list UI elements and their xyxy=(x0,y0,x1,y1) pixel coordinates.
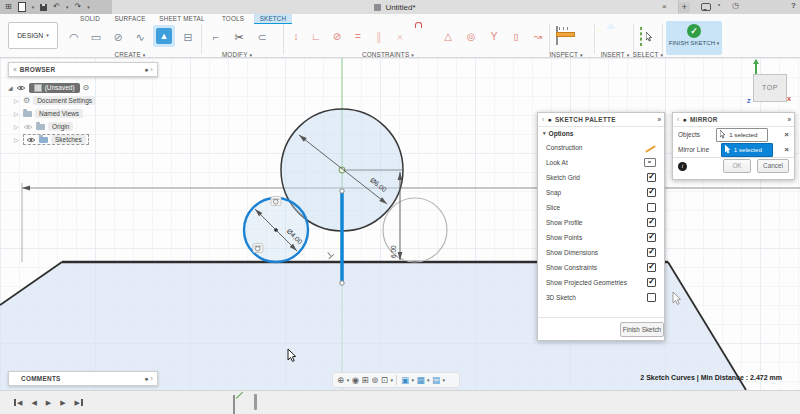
browser-item-origin[interactable]: ▷ Origin xyxy=(8,120,158,133)
comment-icon[interactable] xyxy=(701,3,711,11)
polygon-tool-active[interactable]: ▲ xyxy=(153,25,175,47)
symmetry-constraint-icon[interactable]: × xyxy=(390,27,410,47)
chevron-down-icon[interactable]: ▾ xyxy=(427,378,430,383)
orbit-icon[interactable]: ⊕ xyxy=(337,376,344,385)
timeline-position-marker[interactable] xyxy=(254,394,257,410)
tab-close-icon[interactable]: × xyxy=(662,2,667,11)
browser-header[interactable]: » BROWSER ● › xyxy=(8,62,158,77)
comments-header[interactable]: COMMENTS ● › xyxy=(8,371,158,386)
show-projected-checkbox[interactable]: ✓ xyxy=(647,278,656,287)
look-at-icon[interactable]: ◉ xyxy=(352,376,359,385)
inspect-group-label[interactable]: INSPECT ▾ xyxy=(540,51,592,58)
select-tool-icon[interactable] xyxy=(640,28,642,46)
construction-icon[interactable] xyxy=(645,144,656,151)
perpendicular-constraint-tool-icon[interactable]: ∟ xyxy=(306,27,326,47)
clear-objects-icon[interactable]: × xyxy=(784,130,789,139)
mirror-line-selection-button[interactable]: 1 selected xyxy=(721,143,773,157)
cancel-button[interactable]: Cancel xyxy=(757,159,789,173)
polygon-constraint-icon[interactable]: △ xyxy=(438,27,458,47)
collapse-icon[interactable]: ‹ xyxy=(542,116,544,123)
trim-tool-icon[interactable]: ✂ xyxy=(229,27,249,47)
history-clock-icon[interactable]: ◷ xyxy=(732,2,739,10)
new-tab-button[interactable]: + xyxy=(679,2,690,13)
info-icon[interactable]: i xyxy=(678,162,687,171)
browser-root-row[interactable]: ◢ (Unsaved) ⊙ xyxy=(8,81,158,94)
expand-icon[interactable]: » xyxy=(787,116,790,123)
visibility-eye-icon[interactable] xyxy=(26,136,36,144)
chevron-down-icon[interactable]: ▾ xyxy=(347,378,350,383)
timeline-play-button[interactable]: ▶ xyxy=(46,399,51,406)
tangent-constraint-icon[interactable] xyxy=(253,244,263,253)
tangent-constraint-tool-icon[interactable]: ⊘ xyxy=(327,27,347,47)
file-caret-icon[interactable]: ▾ xyxy=(32,5,35,10)
collapse-icon[interactable]: ‹ xyxy=(677,116,679,123)
chevron-down-icon[interactable]: ▾ xyxy=(390,378,393,383)
selected-item-outline[interactable]: Sketches xyxy=(23,134,89,145)
timeline-skip-start-button[interactable]: ◀ xyxy=(14,399,22,406)
circle-tool-icon[interactable]: ⊘ xyxy=(108,27,128,47)
offset-tool-icon[interactable]: ⊂ xyxy=(252,27,272,47)
timeline-sketch-feature-icon[interactable] xyxy=(233,395,235,414)
visibility-eye-icon[interactable] xyxy=(23,123,33,131)
expand-icon[interactable]: › xyxy=(151,375,153,382)
tab-sheet-metal[interactable]: SHEET METAL xyxy=(154,14,210,23)
perpendicular-constraint-icon[interactable] xyxy=(325,250,334,259)
expand-caret-icon[interactable]: ▷ xyxy=(14,123,20,130)
show-dimensions-checkbox[interactable]: ✓ xyxy=(647,248,656,257)
component-filter-icon[interactable]: ◢ xyxy=(8,84,13,91)
avatar-icon[interactable]: ◔ xyxy=(716,2,721,10)
look-at-icon[interactable] xyxy=(644,158,656,168)
item-label[interactable]: Named Views xyxy=(35,109,83,118)
undo-caret-icon[interactable]: ▾ xyxy=(66,5,69,10)
fillet-tool-icon[interactable]: ⌐ xyxy=(206,27,226,47)
timeline-step-forward-button[interactable]: ▶ xyxy=(60,399,65,406)
browser-item-document-settings[interactable]: ▷ ⚙ Document Settings xyxy=(8,94,158,107)
viewports-icon[interactable]: ▤ xyxy=(432,376,440,385)
item-label[interactable]: Origin xyxy=(48,122,73,131)
finish-sketch-palette-button[interactable]: Finish Sketch xyxy=(620,322,664,337)
tab-sketch[interactable]: SKETCH xyxy=(254,14,292,24)
tangent-constraint-icon[interactable] xyxy=(271,197,281,206)
show-profile-checkbox[interactable]: ✓ xyxy=(647,218,656,227)
redo-caret-icon[interactable]: ▾ xyxy=(87,5,90,10)
app-grid-icon[interactable]: ⊞ xyxy=(5,3,12,11)
dimension-constraint-icon[interactable]: ↕ xyxy=(286,27,306,47)
ok-button[interactable]: OK xyxy=(723,159,751,173)
chevron-down-icon[interactable]: ▾ xyxy=(411,378,414,383)
expand-icon[interactable]: » xyxy=(657,116,660,123)
fit-icon[interactable]: ⊡ xyxy=(381,376,388,385)
timeline-step-back-button[interactable]: ◀ xyxy=(31,399,36,406)
root-document-label[interactable]: (Unsaved) xyxy=(29,83,80,93)
help-icon[interactable]: ? xyxy=(791,2,796,10)
expand-caret-icon[interactable]: ▷ xyxy=(14,136,20,143)
clear-mirror-line-icon[interactable]: × xyxy=(784,145,789,154)
browser-item-named-views[interactable]: ▷ Named Views xyxy=(8,107,158,120)
curvature-constraint-icon[interactable]: ↝ xyxy=(528,27,548,47)
grid-settings-icon[interactable]: ▦ xyxy=(417,376,425,385)
panel-pin-icon[interactable]: ● xyxy=(144,66,147,73)
show-constraints-checkbox[interactable]: ✓ xyxy=(647,263,656,272)
item-label[interactable]: Document Settings xyxy=(33,96,96,105)
finish-sketch-button[interactable]: ✓ FINISH SKETCH ▾ xyxy=(666,21,722,55)
sketch-palette-header[interactable]: ‹ ● SKETCH PALETTE » xyxy=(538,113,664,127)
tab-surface[interactable]: SURFACE xyxy=(108,14,152,23)
panel-pin-icon[interactable]: ● xyxy=(144,375,147,382)
save-icon[interactable] xyxy=(40,4,47,11)
undo-icon[interactable]: ↶ xyxy=(53,3,60,11)
dim-text-vertical[interactable]: 6.00 xyxy=(390,245,397,258)
file-icon[interactable] xyxy=(18,2,26,12)
design-workspace-dropdown[interactable]: DESIGN ▾ xyxy=(8,22,58,49)
midpoint-constraint-icon[interactable]: Y xyxy=(484,27,504,47)
collapse-icon[interactable]: » xyxy=(13,66,17,73)
browser-item-sketches[interactable]: ▷ Sketches xyxy=(8,133,158,146)
item-label[interactable]: Sketches xyxy=(51,135,86,144)
create-group-label[interactable]: CREATE ▾ xyxy=(100,51,160,58)
viewcube[interactable]: TOP xyxy=(753,74,787,102)
chevron-down-icon[interactable]: ▾ xyxy=(443,378,446,383)
3d-sketch-checkbox[interactable] xyxy=(647,293,656,302)
snap-checkbox[interactable]: ✓ xyxy=(647,188,656,197)
activate-radio-icon[interactable]: ⊙ xyxy=(83,83,90,92)
sketch-grid-checkbox[interactable]: ✓ xyxy=(647,173,656,182)
concentric-constraint-icon[interactable]: ◎ xyxy=(461,27,481,47)
tab-tools[interactable]: TOOLS xyxy=(216,14,250,23)
